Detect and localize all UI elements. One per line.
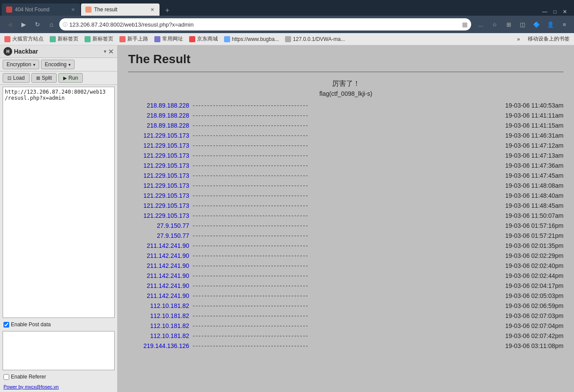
bookmark-4[interactable]: 新手上路 [117, 34, 151, 44]
bookmark-3[interactable]: 新标签页 [82, 34, 116, 44]
tab-close-1[interactable]: ✕ [70, 7, 76, 13]
list-item: 211.142.241.90 -------------------------… [128, 261, 564, 271]
ip-dots: ---------------------------------------- [189, 301, 494, 311]
reader-mode-button[interactable]: ⊞ [503, 18, 515, 30]
bookmark-1[interactable]: 火狐官方站点 [2, 34, 46, 44]
list-item: 211.142.241.90 -------------------------… [128, 291, 564, 301]
tab-close-2[interactable]: ✕ [149, 7, 155, 13]
ip-dots: ---------------------------------------- [189, 111, 494, 120]
ip-link[interactable]: 218.89.188.228 [128, 101, 189, 110]
encoding-dropdown[interactable]: Encoding ▾ [41, 60, 75, 69]
address-bar[interactable]: ⓘ 123.206.87.240:8002/web13/resusl.php?x… [59, 18, 471, 30]
list-item: 218.89.188.228 -------------------------… [128, 111, 564, 121]
encryption-dropdown[interactable]: Encryption ▾ [3, 60, 39, 69]
menu-button[interactable]: ≡ [558, 18, 571, 30]
list-item: 211.142.241.90 -------------------------… [128, 271, 564, 281]
extensions-button[interactable]: … [475, 18, 487, 30]
home-button[interactable]: ⌂ [45, 18, 58, 30]
ip-link[interactable]: 211.142.241.90 [128, 261, 189, 270]
ip-link[interactable]: 121.229.105.173 [128, 141, 189, 150]
bm-favicon-8 [285, 36, 291, 42]
bookmark-8[interactable]: 127.0.0.1/DVWA-ma... [282, 35, 348, 43]
ip-link[interactable]: 112.10.181.82 [128, 301, 189, 311]
ip-time: 19-03-06 11:47:36am [494, 161, 564, 170]
ip-time: 19-03-06 02:07:03pm [494, 311, 564, 321]
page-title: The Result [128, 52, 564, 66]
ip-link[interactable]: 121.229.105.173 [128, 161, 189, 170]
hackbar-close-button[interactable]: ✕ [108, 47, 114, 56]
ip-time: 19-03-06 11:48:45am [494, 201, 564, 210]
ip-link[interactable]: 112.10.181.82 [128, 321, 189, 331]
ip-dots: ---------------------------------------- [189, 171, 494, 180]
url-input[interactable]: http://123.206.87.240:8002/web13 /resusl… [3, 87, 115, 318]
ip-link[interactable]: 211.142.241.90 [128, 241, 189, 250]
reload-button[interactable]: ↻ [31, 18, 44, 30]
bookmarks-more-button[interactable]: » [514, 35, 523, 43]
ip-link[interactable]: 27.9.150.77 [128, 231, 189, 240]
ip-link[interactable]: 219.144.136.126 [128, 341, 189, 351]
ip-link[interactable]: 121.229.105.173 [128, 171, 189, 180]
ip-dots: ---------------------------------------- [189, 161, 494, 170]
minimize-button[interactable]: — [540, 8, 549, 16]
tab-result[interactable]: The result ✕ [81, 3, 160, 16]
list-item: 121.229.105.173 ------------------------… [128, 171, 564, 181]
ip-link[interactable]: 27.9.150.77 [128, 221, 189, 230]
close-window-button[interactable]: ✕ [561, 8, 569, 16]
flag-section: 厉害了！ flag(ctf_0098_lkji-s) [128, 79, 564, 97]
ip-link[interactable]: 112.10.181.82 [128, 311, 189, 321]
ip-time: 19-03-06 11:47:12am [494, 141, 564, 150]
screenshot-button[interactable]: 🔷 [530, 18, 543, 30]
enable-post-checkbox[interactable] [3, 322, 9, 328]
list-item: 112.10.181.82 --------------------------… [128, 301, 564, 311]
ip-link[interactable]: 112.10.181.82 [128, 331, 189, 341]
ip-dots: ---------------------------------------- [189, 151, 494, 160]
ip-link[interactable]: 121.229.105.173 [128, 151, 189, 160]
bm-favicon-2 [50, 36, 56, 42]
bookmark-2[interactable]: 新标签页 [47, 34, 81, 44]
ip-link[interactable]: 211.142.241.90 [128, 291, 189, 301]
encoding-label: Encoding [45, 61, 67, 68]
security-icon: ⓘ [63, 21, 68, 28]
ip-link[interactable]: 211.142.241.90 [128, 251, 189, 260]
hackbar-footer-link[interactable]: Power by mxcx@fosec.vn [3, 384, 59, 389]
ip-link[interactable]: 211.142.241.90 [128, 281, 189, 291]
ip-link[interactable]: 218.89.188.228 [128, 111, 189, 120]
account-button[interactable]: 👤 [544, 18, 557, 30]
ip-link[interactable]: 121.229.105.173 [128, 201, 189, 210]
post-data-input[interactable] [3, 331, 115, 370]
ip-link[interactable]: 121.229.105.173 [128, 181, 189, 190]
mobile-bookmarks-button[interactable]: 移动设备上的书签 [525, 34, 572, 44]
load-button[interactable]: ⊡ Load [3, 73, 30, 83]
ip-time: 19-03-06 11:47:45am [494, 171, 564, 180]
hackbar-dropdown-arrow[interactable]: ▾ [104, 48, 106, 54]
bookmarks-bar: 火狐官方站点 新标签页 新标签页 新手上路 常用网址 京东商城 https://… [0, 33, 574, 45]
ip-link[interactable]: 121.229.105.173 [128, 191, 189, 200]
bookmark-button[interactable]: ☆ [489, 18, 501, 30]
forward-button[interactable]: ▶ [17, 18, 30, 30]
ip-time: 19-03-06 11:41:15am [494, 121, 564, 130]
ip-dots: ---------------------------------------- [189, 181, 494, 190]
split-label: Split [42, 75, 52, 81]
list-item: 211.142.241.90 -------------------------… [128, 281, 564, 291]
tab-404[interactable]: 404 Not Found ✕ [2, 3, 80, 16]
list-item: 211.142.241.90 -------------------------… [128, 251, 564, 261]
run-button[interactable]: ▶ Run [58, 73, 83, 83]
browser-window: 404 Not Found ✕ The result ✕ + — □ ✕ ◀ ▶… [0, 0, 574, 392]
list-item: 121.229.105.173 ------------------------… [128, 131, 564, 141]
split-button[interactable]: ⊠ Split [31, 73, 57, 83]
new-tab-button[interactable]: + [162, 5, 173, 16]
bm-label-2: 新标签页 [58, 35, 78, 43]
enable-referer-checkbox[interactable] [3, 374, 9, 380]
ip-link[interactable]: 218.89.188.228 [128, 121, 189, 130]
ip-time: 19-03-06 01:57:21pm [494, 231, 564, 240]
sync-button[interactable]: ◫ [516, 18, 529, 30]
bookmark-6[interactable]: 京东商城 [187, 34, 221, 44]
maximize-button[interactable]: □ [552, 8, 558, 16]
ip-link[interactable]: 121.229.105.173 [128, 131, 189, 140]
bookmark-5[interactable]: 常用网址 [152, 34, 186, 44]
list-item: 211.142.241.90 -------------------------… [128, 241, 564, 251]
ip-link[interactable]: 211.142.241.90 [128, 271, 189, 280]
bookmark-7[interactable]: https://www.bugba... [221, 35, 282, 43]
back-button[interactable]: ◀ [3, 18, 16, 30]
ip-link[interactable]: 121.229.105.173 [128, 211, 189, 220]
